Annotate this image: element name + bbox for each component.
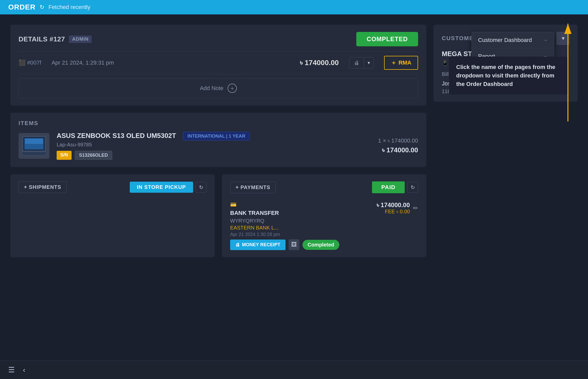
item-qty-price: 1 × ৳ 174000.00 ৳ 174000.00 [378, 137, 418, 154]
paid-badge: PAID [372, 181, 405, 193]
order-info-row: ⬛ #007f Apr 21 2024, 1:29:31 pm ৳ 174000… [19, 51, 418, 74]
payments-header: + PAYMENTS PAID ↻ [230, 181, 418, 193]
bottom-bar: ☰ ‹ [0, 360, 588, 379]
left-column: DETAILS #127 ADMIN COMPLETED ⬛ #007f Apr… [10, 25, 426, 257]
hamburger-menu-icon[interactable]: ☰ [8, 366, 15, 374]
add-payment-button[interactable]: + PAYMENTS [230, 182, 276, 193]
admin-badge: ADMIN [69, 36, 92, 43]
items-section-label: ITEMS [19, 120, 418, 127]
international-tag: INTERNATIONAL | 1 YEAR [183, 132, 250, 140]
phone-icon: 📱 [442, 60, 448, 66]
shipments-panel: + SHIPMENTS IN STORE PICKUP ↻ [10, 174, 215, 257]
item-sku: Lap-Asu-99785 [57, 142, 371, 148]
tooltip-text: Click the name of the pages from the dro… [456, 64, 555, 87]
payment-edit-button[interactable]: ✏ [413, 205, 418, 212]
details-title: DETAILS #127 [19, 35, 65, 43]
item-tags: S/N S13266OLED [57, 151, 371, 160]
rma-button[interactable]: ＋ RMA [384, 56, 418, 70]
payment-ref: WYRYQRYRQ [230, 218, 371, 224]
payment-amount-column: ৳ 174000.00 FEE ৳ 0.00 [377, 201, 410, 215]
shipments-refresh-button[interactable]: ↻ [196, 182, 206, 193]
arrow-annotation [560, 19, 576, 128]
payment-amount: ৳ 174000.00 [377, 201, 410, 209]
order-label: ORDER [8, 3, 36, 11]
hash-value: #007f [27, 59, 41, 66]
main-content: DETAILS #127 ADMIN COMPLETED ⬛ #007f Apr… [0, 14, 588, 268]
money-receipt-button[interactable]: 🖨 MONEY RECEIPT [230, 240, 286, 250]
dropdown-dashboard-label: Customer Dashboard [478, 37, 532, 43]
payment-actions: 🖨 MONEY RECEIPT 🖼 Completed [230, 239, 371, 250]
details-panel: DETAILS #127 ADMIN COMPLETED ⬛ #007f Apr… [10, 25, 426, 105]
right-column: CUSTOMER Customer Dashboard → Report → [434, 25, 578, 257]
details-header: DETAILS #127 ADMIN COMPLETED [19, 32, 418, 46]
receipt-icon: 🖨 [235, 242, 240, 248]
payment-row: 💳 BANK TRANSFER WYRYQRYRQ EASTERN BANK L… [230, 197, 418, 250]
bottom-row: + SHIPMENTS IN STORE PICKUP ↻ + PAYMENTS… [10, 174, 426, 257]
top-bar: ORDER ↻ Fetched recently [0, 0, 588, 14]
back-icon[interactable]: ‹ [23, 366, 25, 374]
dropdown-dashboard-arrow: → [543, 38, 548, 43]
payment-fee: FEE ৳ 0.00 [385, 209, 410, 215]
payment-date: Apr 21 2024 1:30:28 pm [230, 232, 371, 237]
svg-rect-3 [25, 139, 43, 144]
serial-number-tag: S/N [57, 151, 72, 160]
payments-panel: + PAYMENTS PAID ↻ 💳 BANK TRANSFER WYRYQR… [222, 174, 426, 257]
shipments-header: + SHIPMENTS IN STORE PICKUP ↻ [19, 181, 206, 193]
item-quantity: 1 × ৳ 174000.00 [378, 137, 418, 144]
item-image [19, 133, 49, 159]
tooltip-callout: Click the name of the pages from the dro… [449, 57, 567, 94]
payment-right: ৳ 174000.00 FEE ৳ 0.00 ✏ [377, 201, 418, 215]
refresh-icon[interactable]: ↻ [40, 4, 44, 11]
fetched-label: Fetched recently [48, 4, 90, 11]
item-total-price: ৳ 174000.00 [382, 146, 418, 154]
add-note-label: Add Note [200, 85, 223, 92]
payment-bank: EASTERN BANK L... [230, 225, 371, 231]
payment-card-icon: 💳 [230, 201, 371, 208]
details-title-group: DETAILS #127 ADMIN [19, 35, 92, 43]
order-amount: ৳ 174000.00 [300, 59, 339, 67]
arrow-svg [560, 19, 576, 127]
rma-plus-icon: ＋ [391, 59, 396, 67]
item-name: ASUS ZENBOOK S13 OLED UM5302T INTERNATIO… [57, 132, 371, 140]
add-note-plus-icon: ＋ [228, 84, 237, 93]
print-button[interactable]: 🖨 [349, 57, 364, 69]
print-btn-group: 🖨 ▾ [349, 57, 374, 69]
order-date: Apr 21 2024, 1:29:31 pm [51, 59, 114, 66]
payment-main-row: 💳 BANK TRANSFER WYRYQRYRQ EASTERN BANK L… [230, 201, 418, 250]
customer-header: CUSTOMER Customer Dashboard → Report → [442, 32, 569, 45]
add-note-area[interactable]: Add Note ＋ [19, 78, 418, 98]
print-icon: 🖨 [354, 60, 359, 66]
payment-type: BANK TRANSFER [230, 210, 371, 216]
money-receipt-label: MONEY RECEIPT [242, 242, 280, 248]
item-details: ASUS ZENBOOK S13 OLED UM5302T INTERNATIO… [57, 132, 371, 160]
rma-label: RMA [399, 59, 411, 66]
order-hash: ⬛ #007f [19, 59, 41, 66]
item-row: ASUS ZENBOOK S13 OLED UM5302T INTERNATIO… [19, 132, 418, 160]
payment-completed-badge: Completed [302, 240, 339, 250]
dropdown-item-dashboard[interactable]: Customer Dashboard → [472, 32, 554, 48]
serial-value-tag: S13266OLED [75, 151, 112, 160]
print-dropdown-button[interactable]: ▾ [364, 57, 374, 68]
payment-info: 💳 BANK TRANSFER WYRYQRYRQ EASTERN BANK L… [230, 201, 371, 250]
completed-status-button[interactable]: COMPLETED [356, 32, 418, 46]
payments-refresh-button[interactable]: ↻ [407, 182, 418, 193]
laptop-svg [20, 134, 48, 157]
image-icon: 🖼 [291, 241, 297, 248]
items-panel: ITEMS ASUS ZENBOOK S13 OLED UM53 [10, 113, 426, 167]
in-store-pickup-button[interactable]: IN STORE PICKUP [130, 182, 193, 193]
payment-image-button[interactable]: 🖼 [289, 239, 299, 250]
hash-icon: ⬛ [19, 59, 25, 66]
add-shipment-button[interactable]: + SHIPMENTS [19, 181, 67, 193]
